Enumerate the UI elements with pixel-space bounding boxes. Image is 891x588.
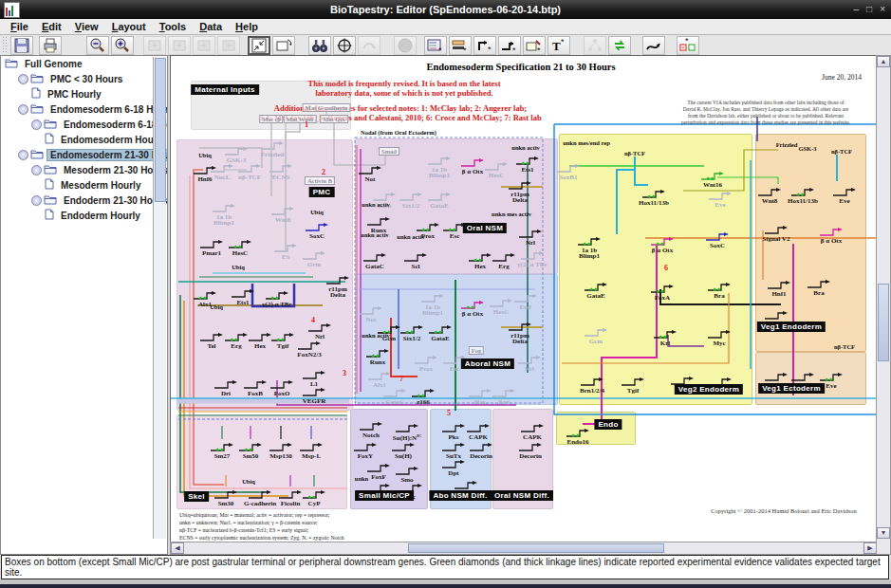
note-marker-6[interactable]: 6	[664, 264, 668, 272]
tree-scrollbar-thumb[interactable]	[155, 58, 166, 202]
toolbar-build-instructions[interactable]	[584, 36, 606, 55]
tree-item-endomesoderm-6-18-hour-summary[interactable]: Endomesoderm 6-18 Hour Summary	[1, 117, 167, 132]
gene-wnt8[interactable]: Wnt8	[260, 203, 306, 224]
menu-help[interactable]: Help	[229, 20, 265, 33]
signal-box-mat-otx[interactable]: Mat Otx	[320, 115, 348, 123]
scroll-down-button[interactable]: ▼	[877, 527, 890, 539]
toolbar-center-next[interactable]	[217, 36, 240, 55]
gene-hesc[interactable]: HesC	[473, 158, 519, 179]
tree-item-pmc-30-hours[interactable]: PMC < 30 Hours	[1, 71, 167, 86]
gene-1a-1bblimp1[interactable]: 1a 1bBlimp1	[566, 233, 612, 260]
gene-tgif[interactable]: Tgif	[610, 374, 656, 395]
gene-gcm[interactable]: Gcm	[573, 324, 619, 345]
toolbar-add-gene[interactable]: *	[498, 36, 521, 55]
signal-box-smad[interactable]: Smad	[379, 147, 399, 156]
note-marker-1[interactable]: 1	[305, 120, 308, 129]
tree-item-mesoderm-hourly[interactable]: Mesoderm Hourly	[1, 177, 167, 193]
gene-otx[interactable]: β α Otx	[640, 233, 685, 254]
toolbar-zoom-to-selected[interactable]	[143, 36, 166, 55]
menu-edit[interactable]: Edit	[35, 20, 68, 33]
canvas-vscrollbar[interactable]: ▲ ▼	[876, 55, 891, 555]
toolbar-save[interactable]	[10, 36, 33, 55]
signal-box-mat-c[interactable]: Mat cβ	[259, 115, 283, 123]
gene-foxn2-3[interactable]: FoxN2/3	[287, 338, 332, 358]
toolbar-note-properties[interactable]: *	[424, 36, 447, 55]
toolbar-center-previous[interactable]	[168, 36, 191, 55]
note-marker-4[interactable]: 4	[311, 316, 315, 324]
gene-1a-1bblimp1[interactable]: 1a 1bBlimp1	[201, 200, 247, 227]
toolbar-gripper[interactable]	[2, 36, 9, 54]
toolbar-add-node[interactable]: *	[449, 36, 472, 55]
gene-ecns[interactable]: ECNS	[258, 160, 304, 181]
note-marker-3[interactable]: 3	[343, 369, 346, 377]
gene-cyp[interactable]: CyP	[291, 487, 337, 507]
tree-expander[interactable]	[18, 74, 28, 84]
toolbar-zoom-out[interactable]	[86, 36, 109, 55]
gene-r11pmdelta[interactable]: r11pmDelta	[315, 272, 361, 299]
tree-item-pmc-hourly[interactable]: PMC Hourly	[1, 86, 167, 101]
maximize-button[interactable]: □	[866, 5, 872, 14]
gene-not[interactable]: Not	[347, 162, 393, 183]
gene-hox11-13b[interactable]: Hox11/13b	[780, 184, 826, 205]
gene-grm[interactable]: Grm	[291, 248, 337, 268]
gene-signal-v2[interactable]: Signal V2	[753, 222, 799, 243]
menu-view[interactable]: View	[68, 20, 105, 33]
toolbar-center-model[interactable]	[193, 36, 215, 55]
gene-1a-1bblimp1[interactable]: 1a 1bBlimp1	[410, 290, 455, 317]
gene-hesc[interactable]: HesC	[217, 236, 263, 257]
gene-vegfr[interactable]: VEGFR	[291, 384, 337, 405]
gene-nrl[interactable]: Nrl	[508, 226, 553, 247]
scroll-left-button[interactable]: ◀	[171, 542, 184, 554]
gene-1a-1bblimp1[interactable]: 1a 1bBlimp1	[417, 153, 462, 179]
gene-gatae[interactable]: GataE	[418, 322, 463, 342]
gene-bra[interactable]: Bra	[796, 276, 842, 297]
gene-gatae[interactable]: GataE	[417, 189, 462, 210]
scroll-right-button[interactable]: ▶	[863, 542, 877, 554]
toolbar-module-edit[interactable]: *	[677, 36, 699, 55]
gene-brn1-2-4[interactable]: Brn1/2/4	[569, 374, 615, 395]
vscroll-thumb[interactable]	[878, 284, 889, 361]
gene-eve[interactable]: Eve	[822, 184, 867, 205]
toolbar-zoom-to-model[interactable]	[248, 36, 270, 55]
gene-2-tbr[interactable]: γ(2) α TBr	[254, 287, 300, 308]
hscroll-thumb[interactable]	[408, 543, 664, 553]
scroll-up-button[interactable]: ▲	[877, 56, 890, 67]
network-canvas[interactable]: Endomesoderm Specification 21 to 30 Hour…	[170, 55, 878, 543]
gene-otx[interactable]: β α Otx	[808, 224, 854, 245]
gene-wnt16[interactable]: Wnt16	[690, 168, 735, 189]
gene-soxb1[interactable]: SoxB1	[546, 160, 591, 181]
signal-box-mat-g-cadherin[interactable]: Mat G-cadherin	[303, 103, 351, 112]
tree-item-full-genome[interactable]: Full Genome	[1, 56, 167, 71]
tree-item-endomesoderm-6-18-hours[interactable]: Endomesoderm 6-18 Hours	[1, 101, 167, 117]
toolbar-draw-link[interactable]	[642, 36, 665, 55]
tree-item-endoderm-21-30-hours[interactable]: Endoderm 21-30 Hours	[1, 193, 167, 208]
gene-hox11-13b[interactable]: Hox11/13b	[631, 186, 677, 207]
tree-item-mesoderm-21-30-hours[interactable]: Mesoderm 21-30 Hours	[1, 162, 167, 177]
gene-r11pmdelta[interactable]: r11pmDelta	[497, 177, 543, 204]
tree-expander[interactable]	[31, 165, 42, 175]
note-marker-5[interactable]: 5	[447, 409, 451, 417]
tree-expander[interactable]	[31, 119, 42, 130]
menu-data[interactable]: Data	[193, 20, 229, 33]
gene-2-tbr[interactable]: γ(2) α TBr	[510, 248, 555, 268]
gene-decorin[interactable]: Decorin	[508, 439, 553, 460]
gene-runx[interactable]: Runx	[355, 345, 400, 366]
gene-capk[interactable]: CAPK	[510, 420, 555, 441]
menu-layout[interactable]: Layout	[105, 20, 153, 33]
gene-bra[interactable]: Bra	[696, 279, 742, 300]
gene-not[interactable]: Not	[348, 303, 394, 323]
gene-z166[interactable]: z166	[400, 385, 446, 406]
toolbar-apply-layout[interactable]	[608, 36, 631, 55]
tree-item-endomesoderm-hourly[interactable]: Endomesoderm Hourly	[1, 132, 167, 147]
gene-frizzled[interactable]: Frizzled	[250, 138, 295, 158]
toolbar-zoom-to-workspace[interactable]	[272, 36, 295, 55]
gene-gatae[interactable]: GataE	[573, 279, 619, 300]
signal-box-activin-b[interactable]: Activin B	[305, 176, 335, 185]
toolbar-stop[interactable]	[394, 36, 417, 55]
toolbar-center-on-crosshair[interactable]	[333, 36, 356, 55]
gene-ets1[interactable]: Ets1	[503, 290, 548, 311]
canvas-hscrollbar[interactable]: ◀ ▶	[170, 542, 878, 555]
tree-expander[interactable]	[18, 150, 28, 160]
menu-tools[interactable]: Tools	[153, 20, 194, 33]
gene-foxa[interactable]: FoxA	[640, 281, 685, 302]
